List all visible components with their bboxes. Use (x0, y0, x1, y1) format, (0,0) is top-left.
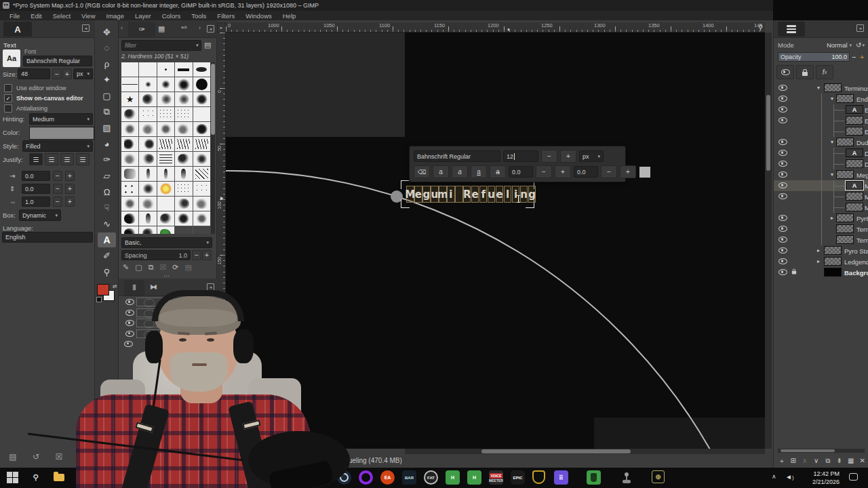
layer-name[interactable]: Du (865, 161, 868, 168)
paths-tool[interactable]: ∿ (98, 216, 116, 231)
layer-name[interactable]: Pyr6-L (856, 215, 868, 222)
layer-row-terminus[interactable]: ▾Terminus (774, 83, 868, 94)
spin-plus-button[interactable]: + (65, 184, 75, 194)
textbar-font-field[interactable]: Bahnschrift Regular (414, 150, 500, 162)
brush-speck1[interactable] (193, 182, 210, 196)
layer-thumbnail[interactable] (836, 224, 854, 233)
eraser-tool[interactable]: ▱ (98, 168, 116, 183)
brush-filter-input[interactable]: filter▾ (121, 40, 201, 51)
lower-layer-button[interactable]: ∨ (811, 455, 822, 466)
brush-soft1[interactable] (139, 77, 156, 92)
layer-name[interactable]: En (865, 106, 868, 114)
brush-chunk[interactable] (121, 137, 138, 151)
tab-channels[interactable]: ⫴ (124, 280, 144, 296)
file-explorer-icon[interactable] (52, 470, 66, 485)
justify-center-button[interactable]: ☰ (60, 153, 74, 165)
joystick-icon[interactable] (619, 470, 633, 485)
layer-row-en[interactable]: AEn (774, 104, 868, 115)
crop-tool[interactable]: ▢ (98, 88, 116, 103)
layer-name[interactable]: Termin (856, 237, 868, 244)
visibility-header-icon[interactable] (776, 65, 794, 79)
justify-fill-button[interactable]: ☰ (76, 153, 90, 165)
text-tool[interactable]: A (98, 232, 116, 247)
eye-icon[interactable] (778, 117, 787, 123)
layer-row-me[interactable]: Me (774, 191, 868, 202)
spacing-slider[interactable]: Spacing 1.0 (121, 250, 191, 260)
free-select-tool[interactable]: ρ (98, 56, 116, 71)
layer-row-me[interactable]: Me (774, 202, 868, 213)
brush-blob1[interactable] (175, 152, 192, 166)
color-picker-tool[interactable]: ✐ (98, 248, 116, 263)
delete-brush-icon[interactable]: ☒ (159, 263, 166, 272)
eye-icon[interactable] (124, 341, 133, 347)
brush-scratch2[interactable] (175, 137, 192, 151)
bold-button[interactable]: a (433, 165, 449, 178)
layer-name[interactable]: Termin (856, 226, 868, 233)
size-plus-button[interactable]: + (62, 68, 72, 79)
brush-tex2[interactable] (175, 122, 192, 136)
ruler-corner-button[interactable]: ▸ (217, 22, 226, 33)
open-brush-icon[interactable]: ▤ (185, 263, 192, 272)
layer-thumbnail[interactable]: A (846, 148, 863, 157)
foreground-color-swatch[interactable] (97, 284, 109, 296)
hscroll-thumb[interactable] (481, 449, 631, 453)
brush-hbar[interactable] (175, 62, 192, 77)
new-group-button[interactable]: ⊞ (788, 455, 799, 466)
size-unit-dropdown[interactable]: px▾ (73, 68, 93, 79)
merge-layer-button[interactable]: ⇟ (834, 455, 845, 466)
channel-row-blue[interactable]: Blue (119, 318, 217, 328)
grid-icon[interactable]: ⠿ (554, 470, 568, 485)
reset-tool-options-button[interactable]: ⟳ (76, 451, 88, 463)
layers-dock-menu-icon[interactable]: ◂ (856, 24, 864, 32)
spin-minus-button[interactable]: − (53, 184, 62, 194)
swap-colors-icon[interactable]: ⇄ (113, 283, 117, 289)
textbar-baseline-field[interactable]: 0.0 (509, 166, 533, 178)
layer-thumbnail[interactable] (846, 127, 863, 136)
brush-list-view-icon[interactable]: ▤ (204, 41, 211, 49)
layer-thumbnail[interactable] (846, 159, 863, 168)
brush-dotsm[interactable] (121, 182, 138, 196)
steam-icon[interactable] (337, 470, 351, 485)
opacity-plus-button[interactable]: + (860, 53, 864, 61)
spin-field[interactable]: 1.0 (22, 197, 50, 207)
spin-field[interactable]: 0.0 (22, 184, 50, 194)
layer-row-megu[interactable]: ▾Megu (774, 169, 868, 180)
brush-soft3[interactable] (175, 77, 192, 92)
default-colors-icon[interactable] (96, 297, 102, 302)
font-picker-button[interactable]: Aa (3, 49, 20, 67)
brush-green[interactable] (157, 226, 174, 234)
effects-header-icon[interactable]: fx (816, 65, 833, 79)
paintbrush-tool[interactable]: ✑ (98, 152, 116, 167)
channel-row-red[interactable]: Red (119, 297, 217, 307)
eye-icon[interactable] (778, 85, 787, 91)
tray-chevron-icon[interactable]: ∧ (772, 473, 776, 480)
spin-plus-button[interactable]: + (65, 171, 75, 181)
eye-icon[interactable] (778, 182, 787, 188)
tab-brushes[interactable]: ✑ (128, 22, 155, 37)
ring-icon[interactable] (359, 470, 373, 485)
textbar-unit-dropdown[interactable]: px▾ (579, 150, 604, 162)
size-minus-button[interactable]: − (52, 68, 62, 79)
layer-name[interactable]: Me (865, 204, 868, 211)
layer-thumbnail[interactable] (846, 116, 863, 125)
menu-item-layer[interactable]: Layer (130, 12, 157, 20)
clear-style-button[interactable]: ⌫ (414, 165, 430, 178)
layer-name[interactable]: Terminus (844, 85, 868, 92)
brush-speck2[interactable] (157, 107, 174, 121)
edit-brush-icon[interactable]: ✎ (123, 263, 129, 272)
duplicate-brush-icon[interactable]: ⧉ (149, 263, 154, 272)
layer-name[interactable]: Dudle (856, 139, 868, 146)
brush-blob2[interactable] (175, 197, 192, 211)
font-name-field[interactable]: Bahnschrift Regular (23, 56, 92, 66)
brush-chunk2[interactable] (139, 137, 156, 151)
lock-icon[interactable] (148, 343, 153, 347)
h1-icon[interactable]: H (446, 470, 460, 485)
menu-item-view[interactable]: View (76, 12, 100, 20)
brush-empty[interactable] (193, 226, 210, 234)
layer-row-en[interactable]: En (774, 115, 868, 126)
spacing-plus-button[interactable]: + (202, 250, 212, 260)
brush-star[interactable]: ★ (121, 92, 138, 106)
brush-smear[interactable] (121, 167, 138, 181)
chevron-down-icon[interactable]: ▾ (831, 139, 833, 145)
size-field[interactable]: 48 (18, 68, 50, 79)
